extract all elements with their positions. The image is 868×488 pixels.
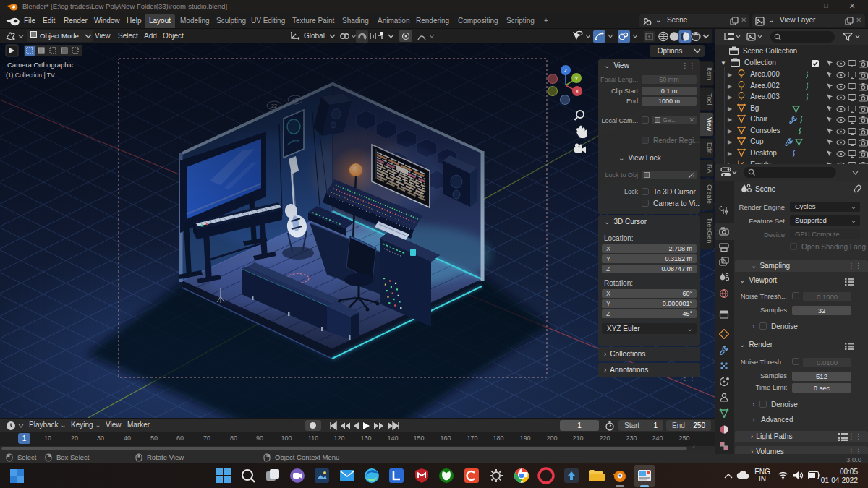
svg-text:(1) Collection | TV: (1) Collection | TV bbox=[6, 72, 55, 79]
svg-text:Z: Z bbox=[564, 67, 568, 74]
svg-text:Options: Options bbox=[658, 47, 682, 55]
svg-text:X: X bbox=[575, 88, 579, 95]
svg-text:Y: Y bbox=[574, 75, 579, 82]
svg-text:Camera Orthographic: Camera Orthographic bbox=[7, 61, 74, 69]
